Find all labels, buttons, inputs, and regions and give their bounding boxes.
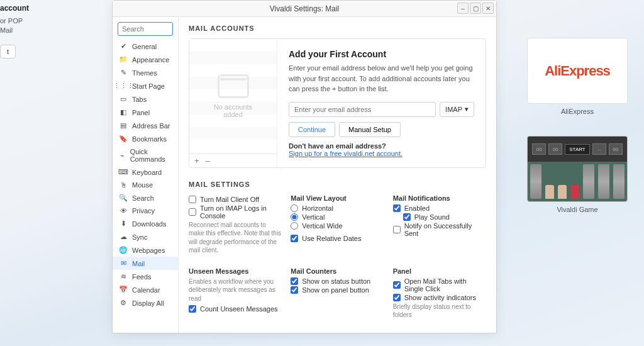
sidebar-item-address-bar[interactable]: ▤Address Bar [113, 119, 178, 132]
frag-sub: or POPMail [0, 16, 57, 36]
sidebar-item-search[interactable]: 🔍Search [113, 191, 178, 204]
opt-layout-vertical[interactable]: Vertical [291, 213, 384, 221]
sidebar-item-feeds[interactable]: ≋Feeds [113, 270, 178, 283]
sidebar-item-mail[interactable]: ✉Mail [113, 257, 178, 270]
sidebar-item-privacy[interactable]: 👁Privacy [113, 204, 178, 217]
minimize-button[interactable]: – [457, 3, 469, 14]
quick-commands-icon: ⌁ [119, 152, 126, 160]
aliexpress-logo: AliExpress [545, 63, 610, 79]
remove-account-button[interactable]: – [206, 157, 210, 165]
unseen-note: Enables a workflow where you deliberatel… [189, 277, 282, 303]
search-icon: 🔍 [119, 194, 128, 202]
opt-notif-enabled[interactable]: Enabled [393, 204, 486, 212]
sidebar-item-label: Search [132, 194, 154, 202]
accounts-empty: No accounts added [189, 39, 277, 153]
speed-dial-aliexpress[interactable]: AliExpress AliExpress [527, 38, 628, 115]
downloads-icon: ⬇ [119, 220, 128, 228]
frag-button[interactable]: t [0, 45, 16, 59]
opt-layout-horizontal[interactable]: Horizontal [291, 204, 384, 212]
sidebar-item-label: General [132, 43, 157, 50]
sidebar-item-webpages[interactable]: 🌐Webpages [113, 243, 178, 257]
opt-notif-sound[interactable]: Play Sound [403, 213, 486, 221]
mouse-icon: 🖱 [119, 181, 128, 189]
window-titlebar: Vivaldi Settings: Mail – ▢ ✕ [113, 1, 496, 17]
opt-layout-vertical-wide[interactable]: Vertical Wide [291, 222, 384, 230]
opt-notif-sent[interactable]: Notify on Successfully Sent [393, 222, 486, 237]
address-bar-icon: ▤ [119, 121, 128, 130]
sidebar-item-quick-commands[interactable]: ⌁Quick Commands [113, 145, 178, 165]
sidebar-item-label: Address Bar [132, 122, 170, 130]
opt-count-unseen[interactable]: Count Unseen Messages [189, 305, 282, 313]
sidebar-item-label: Tabs [132, 96, 147, 103]
sidebar-item-label: Downloads [132, 220, 166, 228]
sidebar-item-label: Panel [132, 109, 150, 116]
opt-panel-activity[interactable]: Show activity indicators [393, 294, 486, 301]
sidebar-item-label: Mail [132, 260, 145, 267]
maximize-button[interactable]: ▢ [470, 3, 481, 14]
close-button[interactable]: ✕ [482, 3, 494, 14]
sidebar-item-display-all[interactable]: ⚙Display All [113, 296, 178, 310]
sidebar-item-general[interactable]: ✔General [113, 40, 178, 53]
sidebar-item-downloads[interactable]: ⬇Downloads [113, 217, 178, 230]
sidebar-item-start-page[interactable]: ⋮⋮⋮Start Page [113, 79, 178, 92]
game-start: START [565, 144, 589, 155]
keyboard-icon: ⌨ [119, 168, 128, 176]
section-mail-settings: MAIL SETTINGS [189, 181, 486, 188]
opt-mail-client-off[interactable]: Turn Mail Client Off [189, 196, 282, 203]
sidebar-item-sync[interactable]: ☁Sync [113, 230, 178, 243]
sidebar-item-label: Sync [132, 233, 147, 241]
search-input[interactable] [118, 22, 173, 36]
tile-label: AliExpress [527, 108, 628, 115]
sidebar-item-label: Mouse [132, 181, 153, 189]
sidebar-item-mouse[interactable]: 🖱Mouse [113, 179, 178, 191]
calendar-icon: 📅 [119, 286, 128, 294]
add-account-desc: Enter your email address below and we'll… [289, 63, 474, 94]
opt-counter-status[interactable]: Show on status button [291, 277, 384, 285]
sidebar-item-label: Feeds [132, 273, 152, 281]
opt-panel-single-click[interactable]: Open Mail Tabs with Single Click [393, 277, 486, 293]
email-input[interactable] [289, 102, 436, 117]
sidebar-item-tabs[interactable]: ▭Tabs [113, 92, 178, 106]
mail-icon: ✉ [119, 259, 128, 267]
heading-unseen: Unseen Messages [189, 267, 282, 275]
opt-counter-panel[interactable]: Show on panel button [291, 286, 384, 294]
sidebar-item-label: Themes [132, 69, 157, 77]
general-icon: ✔ [119, 42, 128, 50]
background-fragment: account or POPMail t [0, 0, 57, 59]
mail-icon [218, 74, 249, 98]
protocol-select[interactable]: IMAP▾ [440, 102, 474, 117]
opt-relative-dates[interactable]: Use Relative Dates [291, 235, 384, 242]
heading-counters: Mail Counters [291, 267, 384, 275]
sidebar-item-appearance[interactable]: 📁Appearance [113, 53, 178, 66]
sidebar-item-label: Quick Commands [130, 148, 172, 163]
sidebar-item-label: Calendar [132, 286, 160, 294]
heading-mail-view-layout: Mail View Layout [291, 194, 384, 202]
privacy-icon: 👁 [119, 207, 128, 215]
tile-label: Vivaldi Game [527, 206, 628, 213]
themes-icon: ✎ [119, 69, 128, 77]
manual-setup-button[interactable]: Manual Setup [339, 122, 401, 137]
sidebar-item-keyboard[interactable]: ⌨Keyboard [113, 165, 178, 179]
imap-logs-note: Reconnect mail accounts to make this eff… [189, 221, 282, 255]
continue-button[interactable]: Continue [289, 122, 335, 137]
sidebar-item-label: Keyboard [132, 169, 162, 176]
sidebar-item-label: Bookmarks [132, 135, 167, 143]
tabs-icon: ▭ [119, 95, 128, 103]
sidebar-item-bookmarks[interactable]: 🔖Bookmarks [113, 132, 178, 145]
sidebar-item-themes[interactable]: ✎Themes [113, 66, 178, 79]
appearance-icon: 📁 [119, 55, 128, 64]
window-title: Vivaldi Settings: Mail [270, 4, 340, 13]
signup-link[interactable]: Sign up for a free vivaldi.net account. [289, 150, 474, 157]
heading-panel: Panel [393, 267, 486, 275]
display-all-icon: ⚙ [119, 299, 128, 307]
frag-title: account [0, 0, 57, 16]
add-account-button[interactable]: + [194, 157, 199, 165]
accounts-box: No accounts added + – Add your First Acc… [189, 38, 486, 168]
sidebar-item-calendar[interactable]: 📅Calendar [113, 283, 178, 296]
feeds-icon: ≋ [119, 272, 128, 281]
speed-dial-game[interactable]: 0000 START --00 Vivaldi Game [527, 136, 628, 213]
opt-imap-logs[interactable]: Turn on IMAP Logs in Console [189, 204, 282, 220]
settings-content: MAIL ACCOUNTS No accounts added + – Add … [179, 17, 496, 333]
sidebar-item-panel[interactable]: ◧Panel [113, 106, 178, 119]
no-email-label: Don't have an email address? [289, 142, 474, 150]
